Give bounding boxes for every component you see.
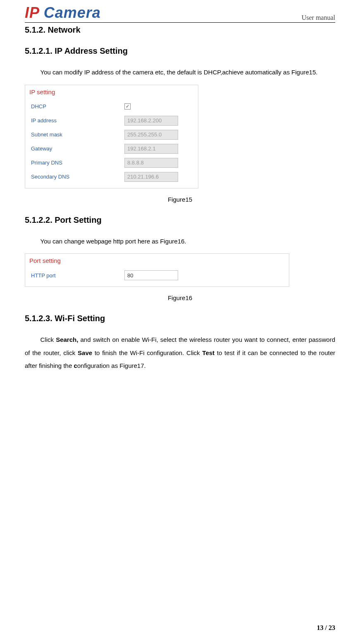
- heading-network: 5.1.2. Network: [25, 25, 335, 35]
- row-subnet: Subnet mask: [29, 128, 194, 142]
- input-primary-dns[interactable]: [124, 158, 178, 168]
- row-gateway: Gateway: [29, 142, 194, 156]
- dhcp-checkbox[interactable]: ✓: [124, 103, 131, 110]
- label-gateway: Gateway: [29, 145, 124, 152]
- wifi-text-1: Click: [41, 336, 56, 343]
- page-number: 13 / 23: [317, 624, 335, 632]
- label-dhcp: DHCP: [29, 103, 124, 110]
- row-http-port: HTTP port: [29, 268, 285, 282]
- wifi-text-5: onfiguration as Figure17.: [77, 362, 146, 369]
- input-http-port[interactable]: [124, 270, 178, 280]
- label-primary-dns: Primary DNS: [29, 160, 124, 166]
- label-http-port: HTTP port: [29, 272, 124, 279]
- caption-figure15: Figure15: [25, 196, 335, 203]
- heading-port-setting: 5.1.2.2. Port Setting: [25, 215, 335, 225]
- caption-figure16: Figure16: [25, 294, 335, 301]
- row-secondary-dns: Secondary DNS: [29, 170, 194, 184]
- page-header: IP Camera User manual: [25, 4, 335, 23]
- input-subnet[interactable]: [124, 130, 178, 140]
- wifi-bold-test: Test: [202, 349, 215, 356]
- row-dhcp: DHCP ✓: [29, 100, 194, 114]
- input-gateway[interactable]: [124, 144, 178, 154]
- row-primary-dns: Primary DNS: [29, 156, 194, 170]
- wifi-bold-search: Search,: [56, 336, 78, 343]
- logo-camera: Camera: [39, 4, 101, 21]
- label-subnet: Subnet mask: [29, 131, 124, 138]
- ip-setting-panel: IP setting DHCP ✓ IP address Subnet mask…: [25, 85, 198, 188]
- input-ip-address[interactable]: [124, 116, 178, 126]
- paragraph-ip-intro: You can modify IP address of the camera …: [25, 66, 335, 79]
- logo: IP Camera: [25, 4, 101, 21]
- paragraph-port-intro: You can change webpage http port here as…: [25, 235, 335, 248]
- label-ip-address: IP address: [29, 117, 124, 124]
- label-secondary-dns: Secondary DNS: [29, 174, 124, 180]
- port-setting-title: Port setting: [29, 257, 285, 264]
- row-ip-address: IP address: [29, 114, 194, 128]
- wifi-bold-c: c: [74, 362, 77, 369]
- heading-ip-address-setting: 5.1.2.1. IP Address Setting: [25, 46, 335, 56]
- port-setting-panel: Port setting HTTP port: [25, 253, 289, 287]
- wifi-text-3: to finish the Wi-Fi configuration. Click: [92, 349, 202, 356]
- paragraph-wifi: Click Search, and switch on enable Wi-Fi…: [25, 333, 335, 372]
- ip-setting-title: IP setting: [29, 88, 194, 95]
- heading-wifi-setting: 5.1.2.3. Wi-Fi Setting: [25, 314, 335, 323]
- header-right-text: User manual: [302, 14, 335, 21]
- wifi-bold-save: Save: [78, 349, 92, 356]
- logo-ip: IP: [25, 4, 39, 21]
- input-secondary-dns[interactable]: [124, 172, 178, 182]
